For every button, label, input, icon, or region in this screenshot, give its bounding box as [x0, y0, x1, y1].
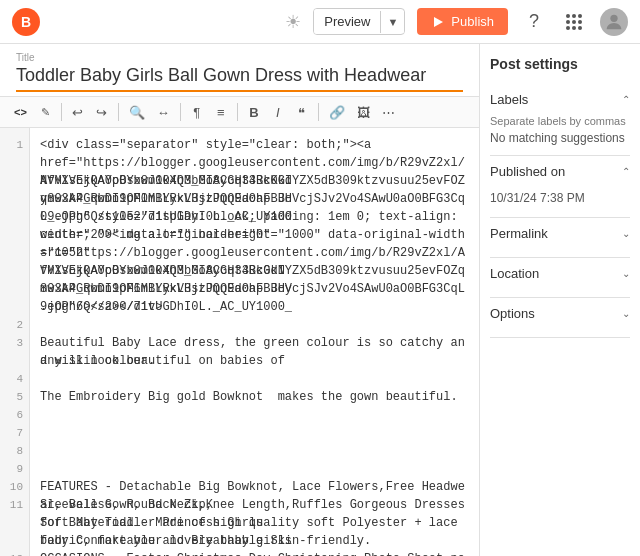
code-line-6: width="200" data-original-height="1000" … — [40, 226, 469, 244]
toolbar-sep-2 — [118, 103, 119, 121]
title-label: Title — [16, 52, 463, 63]
options-section-header[interactable]: Options ⌄ — [490, 298, 630, 329]
labels-chevron-icon: ⌃ — [622, 94, 630, 105]
location-label: Location — [490, 266, 539, 281]
toolbar-sep-3 — [180, 103, 181, 121]
quote-button[interactable]: ❝ — [291, 101, 313, 123]
bold-button[interactable]: B — [243, 101, 265, 123]
svg-point-1 — [610, 14, 617, 21]
top-bar-right: ☀ Preview ▼ Publish ? — [285, 8, 628, 36]
link-button[interactable]: 🔗 — [324, 101, 350, 123]
permalink-section-header[interactable]: Permalink ⌄ — [490, 218, 630, 249]
code-editor[interactable]: 1 2 3 4 5 6 7 8 9 10 11 — [0, 128, 479, 556]
toolbar-sep-1 — [61, 103, 62, 121]
post-settings-title: Post settings — [490, 56, 630, 72]
preview-button[interactable]: Preview ▼ — [313, 8, 405, 35]
search-button[interactable]: 🔍 — [124, 101, 150, 123]
cloud-save-icon: ☀ — [285, 11, 301, 33]
code-line-12: Beautiful Baby Lace dress, the green col… — [40, 334, 469, 352]
code-line-2: href="https://blogger.googleusercontent.… — [40, 154, 469, 172]
location-section: Location ⌄ — [490, 258, 630, 298]
location-chevron-icon: ⌄ — [622, 268, 630, 279]
html-tab[interactable]: <> — [8, 103, 33, 121]
published-label: Published on — [490, 164, 565, 179]
options-label: Options — [490, 306, 535, 321]
svg-marker-0 — [434, 17, 443, 27]
toolbar-sep-4 — [237, 103, 238, 121]
code-line-features2: Sleeveless, Round Neck,Knee Length,Ruffl… — [40, 496, 469, 514]
code-line-7: src="https://blogger.googleusercontent.c… — [40, 244, 469, 262]
published-chevron-icon: ⌃ — [622, 166, 630, 177]
toolbar-sep-5 — [318, 103, 319, 121]
title-area: Title — [0, 44, 479, 97]
labels-section-header[interactable]: Labels ⌃ — [490, 84, 630, 115]
grid-dots — [566, 14, 582, 30]
editor-pane: Title <> ✎ ↩ ↪ 🔍 ↔ ¶ ≡ B I ❝ 🔗 🖼 ⋯ — [0, 44, 480, 556]
labels-hint: Separate labels by commas — [490, 115, 630, 127]
code-line-1: <div class="separator" style="clear: bot… — [40, 136, 469, 154]
more-button[interactable]: ⋯ — [377, 101, 400, 123]
apps-grid-icon[interactable] — [560, 8, 588, 36]
publish-button[interactable]: Publish — [417, 8, 508, 35]
published-date: 10/31/24 7:38 PM — [490, 187, 630, 209]
labels-section: Labels ⌃ Separate labels by commas No ma… — [490, 84, 630, 156]
main-content: Title <> ✎ ↩ ↪ 🔍 ↔ ¶ ≡ B I ❝ 🔗 🖼 ⋯ — [0, 44, 640, 556]
code-line-4: ym9xAPGqbDI1OF0mBYRkL3szJQQEaoap JHVcjSJ… — [40, 190, 469, 208]
options-section: Options ⌄ — [490, 298, 630, 338]
code-line-8: fMlVokQA0oOYbwm1kXh3bGIACcqt3Bc0kIYZX5dB… — [40, 262, 469, 280]
location-section-header[interactable]: Location ⌄ — [490, 258, 630, 289]
code-line-5: 0_.jpg" style="display: block; padding: … — [40, 208, 469, 226]
italic-button[interactable]: I — [267, 101, 289, 123]
published-section: Published on ⌃ 10/31/24 7:38 PM — [490, 156, 630, 218]
code-line-features: FEATURES - Detachable Big Bowknot, Lace … — [40, 478, 469, 496]
paragraph-button[interactable]: ¶ — [186, 101, 208, 123]
undo-button[interactable]: ↩ — [67, 101, 89, 123]
labels-label: Labels — [490, 92, 528, 107]
editor-toolbar: <> ✎ ↩ ↪ 🔍 ↔ ¶ ≡ B I ❝ 🔗 🖼 ⋯ — [0, 97, 479, 128]
code-line-14 — [40, 370, 469, 388]
right-panel: Post settings Labels ⌃ Separate labels b… — [480, 44, 640, 556]
user-avatar[interactable] — [600, 8, 628, 36]
code-line-features4: body Confortable and Breathable Skin-fri… — [40, 532, 469, 550]
preview-dropdown-arrow[interactable]: ▼ — [380, 11, 404, 33]
redo-button[interactable]: ↪ — [91, 101, 113, 123]
compose-tab[interactable]: ✎ — [35, 103, 56, 122]
options-chevron-icon: ⌄ — [622, 308, 630, 319]
code-line-features3: Soft Material - Made of high quality sof… — [40, 514, 469, 532]
format-button[interactable]: ≡ — [210, 101, 232, 123]
permalink-chevron-icon: ⌄ — [622, 228, 630, 239]
code-line-3: NfMlVokQA0oOYbwm1kXh3bGIACcqt3Bc0kIYZX5d… — [40, 172, 469, 190]
line-numbers: 1 2 3 4 5 6 7 8 9 10 11 — [0, 128, 30, 556]
permalink-label: Permalink — [490, 226, 548, 241]
code-line-occasions: OCCASIONS - Easter,Christmas Day,Christe… — [40, 550, 469, 556]
published-section-header[interactable]: Published on ⌃ — [490, 156, 630, 187]
title-input[interactable] — [16, 65, 463, 92]
code-line-15: The Embroidery Big gold Bowknot makes th… — [40, 388, 469, 406]
blogger-logo: B — [12, 8, 40, 36]
top-bar-left: B — [12, 8, 40, 36]
permalink-section: Permalink ⌄ — [490, 218, 630, 258]
top-bar: B ☀ Preview ▼ Publish ? — [0, 0, 640, 44]
image-button[interactable]: 🖼 — [352, 101, 375, 123]
publish-icon — [431, 15, 445, 29]
resize-button[interactable]: ↔ — [152, 101, 175, 123]
code-text[interactable]: <div class="separator" style="clear: bot… — [30, 128, 479, 556]
code-line-11 — [40, 316, 469, 334]
labels-no-match: No matching suggestions — [490, 131, 630, 145]
preview-label: Preview — [314, 9, 380, 34]
code-line-9: m9xAPGqbDI1OF6mBYRkL3szJQQEaoap JHVcjSJv… — [40, 280, 469, 298]
help-button[interactable]: ? — [520, 8, 548, 36]
